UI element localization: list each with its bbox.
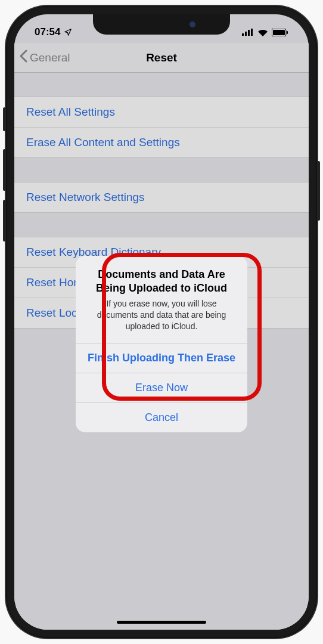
alert-dialog: Documents and Data Are Being Uploaded to…	[76, 256, 247, 432]
alert-title: Documents and Data Are Being Uploaded to…	[85, 268, 238, 295]
home-indicator[interactable]	[117, 621, 206, 624]
finish-uploading-button[interactable]: Finish Uploading Then Erase	[76, 343, 247, 373]
alert-message: If you erase now, you will lose document…	[85, 298, 238, 332]
screen: 07:54 Ge	[14, 14, 309, 630]
cancel-button[interactable]: Cancel	[76, 402, 247, 432]
erase-now-button[interactable]: Erase Now	[76, 373, 247, 402]
mute-switch	[3, 107, 6, 131]
alert-header: Documents and Data Are Being Uploaded to…	[76, 256, 247, 343]
volume-down-button	[3, 200, 6, 242]
phone-frame: 07:54 Ge	[6, 6, 317, 638]
power-button	[317, 161, 320, 221]
volume-up-button	[3, 149, 6, 191]
